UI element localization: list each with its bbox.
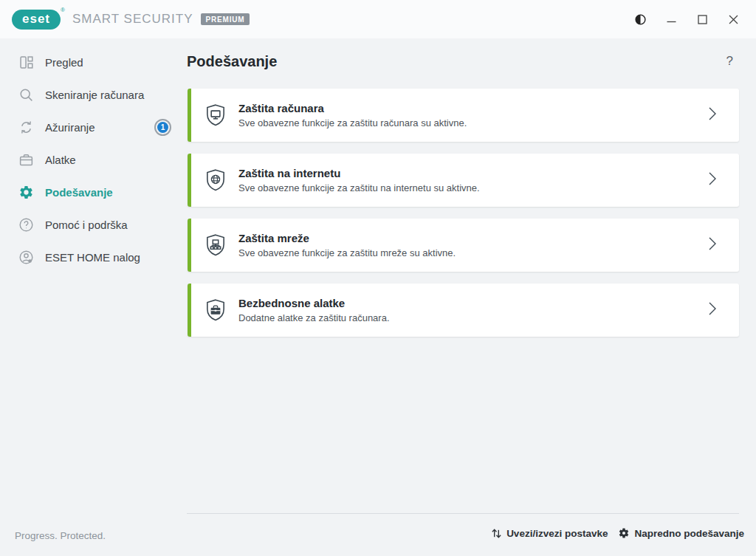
update-badge-ring: 1: [154, 119, 171, 136]
settings-card-list: Zaštita računara Sve obavezne funkcije z…: [188, 89, 739, 337]
sidebar-item-label: Ažuriranje: [45, 121, 95, 134]
sidebar-item-pregled[interactable]: Pregled: [0, 46, 185, 78]
chevron-right-icon: [708, 106, 717, 124]
sidebar-item-alatke[interactable]: Alatke: [0, 143, 185, 176]
gear-icon: [18, 184, 34, 200]
shield-tools-icon: [203, 298, 228, 323]
window-controls: [622, 8, 746, 30]
maximize-button[interactable]: [690, 8, 715, 30]
sidebar-item-skeniranje[interactable]: Skeniranje računara: [0, 78, 185, 111]
shield-globe-icon: [203, 168, 228, 193]
card-text: Zaštita računara Sve obavezne funkcije z…: [238, 102, 708, 128]
advanced-setup-link[interactable]: Napredno podešavanje: [618, 527, 744, 539]
card-description: Sve obavezne funkcije za zaštitu na inte…: [238, 182, 708, 193]
account-icon: [18, 249, 34, 265]
page-title: Podešavanje: [187, 53, 277, 70]
theme-toggle-icon[interactable]: [628, 8, 653, 30]
card-text: Zaštita na internetu Sve obavezne funkci…: [238, 167, 708, 193]
tagline: Progress. Protected.: [15, 530, 106, 541]
product-name: SMART SECURITY: [72, 12, 193, 27]
sidebar-item-label: Podešavanje: [45, 186, 113, 199]
card-zastita-na-internetu[interactable]: Zaštita na internetu Sve obavezne funkci…: [188, 154, 739, 207]
card-zastita-racunara[interactable]: Zaštita računara Sve obavezne funkcije z…: [188, 89, 739, 142]
chevron-right-icon: [708, 236, 717, 254]
gear-icon: [618, 527, 630, 539]
card-title: Bezbednosne alatke: [238, 297, 708, 309]
sidebar-item-label: Pregled: [45, 56, 83, 69]
sidebar-item-eset-home[interactable]: ESET HOME nalog: [0, 241, 185, 273]
card-description: Sve obavezne funkcije za zaštitu mreže s…: [238, 247, 708, 258]
sidebar-item-label: Pomoć i podrška: [45, 219, 128, 231]
registered-mark: ®: [61, 7, 66, 13]
eset-logo-text: eset: [22, 12, 50, 27]
close-button[interactable]: [721, 8, 746, 30]
minimize-button[interactable]: [659, 8, 684, 30]
chevron-right-icon: [708, 301, 717, 319]
eset-logo: eset ®: [12, 10, 61, 30]
card-bezbednosne-alatke[interactable]: Bezbednosne alatke Dodatne alatke za zaš…: [188, 284, 739, 337]
card-description: Sve obavezne funkcije za zaštitu računar…: [238, 117, 708, 128]
card-title: Zaštita na internetu: [238, 167, 708, 179]
briefcase-icon: [18, 151, 34, 168]
footer-link-label: Napredno podešavanje: [634, 528, 744, 539]
search-icon: [18, 86, 34, 103]
help-circle-icon: [18, 216, 34, 233]
chevron-right-icon: [708, 171, 717, 189]
dashboard-icon: [18, 54, 34, 70]
update-count-badge: 1: [157, 122, 168, 133]
premium-badge: PREMIUM: [201, 13, 250, 25]
sidebar-item-label: Skeniranje računara: [45, 89, 144, 101]
shield-network-icon: [203, 233, 228, 258]
footer-links: Uvezi/izvezi postavke Napredno podešavan…: [481, 527, 744, 539]
card-text: Bezbednosne alatke Dodatne alatke za zaš…: [238, 297, 708, 323]
shield-computer-icon: [203, 103, 228, 128]
import-export-settings-link[interactable]: Uvezi/izvezi postavke: [491, 528, 608, 539]
card-title: Zaštita računara: [238, 102, 708, 114]
footer-link-label: Uvezi/izvezi postavke: [506, 528, 608, 539]
app-logo: eset ® SMART SECURITY PREMIUM: [12, 10, 250, 30]
refresh-icon: [18, 119, 34, 135]
sidebar-item-label: ESET HOME nalog: [45, 251, 140, 264]
titlebar: eset ® SMART SECURITY PREMIUM: [0, 0, 756, 38]
card-description: Dodatne alatke za zaštitu računara.: [238, 312, 708, 323]
footer-divider: [187, 513, 739, 514]
main-content: Podešavanje ? Zaštita računara Sve obave…: [185, 38, 756, 513]
sidebar: Pregled Skeniranje računara Ažuriranje 1: [0, 38, 185, 513]
import-export-icon: [491, 528, 502, 539]
card-text: Zaštita mreže Sve obavezne funkcije za z…: [238, 232, 708, 258]
help-icon[interactable]: ?: [722, 53, 738, 69]
sidebar-item-label: Alatke: [45, 154, 76, 166]
sidebar-item-pomoc[interactable]: Pomoć i podrška: [0, 208, 185, 241]
card-title: Zaštita mreže: [238, 232, 708, 244]
sidebar-item-podesavanje[interactable]: Podešavanje: [0, 176, 185, 208]
sidebar-item-azuriranje[interactable]: Ažuriranje 1: [0, 111, 185, 143]
main-header: Podešavanje ?: [187, 53, 739, 70]
card-zastita-mreze[interactable]: Zaštita mreže Sve obavezne funkcije za z…: [188, 219, 739, 272]
